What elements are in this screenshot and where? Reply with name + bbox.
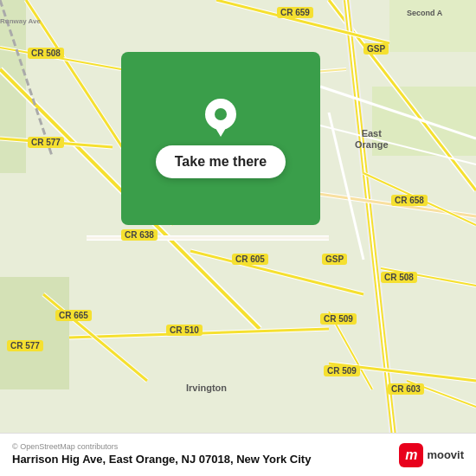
bottom-bar: © OpenStreetMap contributors Harrison Hi…	[0, 433, 476, 476]
road-label-cr508-mid: CR 508	[381, 272, 417, 283]
place-runway: Runway Ave	[0, 17, 41, 25]
road-label-cr577: CR 577	[28, 137, 64, 148]
place-irvington: Irvington	[186, 383, 227, 393]
bottom-bar-left: © OpenStreetMap contributors Harrison Hi…	[12, 442, 399, 467]
road-label-cr605: CR 605	[232, 254, 268, 265]
location-highlight: Take me there	[121, 52, 320, 225]
road-label-cr658: CR 658	[391, 195, 428, 206]
map-container: Take me there CR 659 CR 508 GSP CR 577 C…	[0, 0, 476, 476]
svg-rect-1	[0, 277, 69, 389]
road-label-cr509a: CR 509	[320, 313, 357, 325]
map-attribution: © OpenStreetMap contributors	[12, 442, 399, 451]
moovit-logo: m moovit	[399, 443, 464, 467]
place-second-ave: Second A	[407, 9, 442, 17]
road-label-cr577b: CR 577	[7, 340, 43, 351]
road-label-cr638: CR 638	[121, 229, 158, 241]
road-label-cr510: CR 510	[166, 325, 203, 336]
svg-rect-2	[0, 0, 26, 173]
road-label-gsp-mid: GSP	[322, 254, 347, 265]
road-label-cr659: CR 659	[277, 7, 313, 18]
road-label-cr603: CR 603	[388, 383, 424, 395]
road-label-cr509b: CR 509	[324, 365, 360, 376]
svg-rect-4	[389, 0, 476, 52]
road-label-cr508-top: CR 508	[28, 48, 64, 59]
take-me-there-button[interactable]: Take me there	[156, 145, 286, 178]
location-pin	[205, 99, 236, 137]
address-text: Harrison Hig Ave, East Orange, NJ 07018,…	[12, 453, 399, 467]
road-label-cr665: CR 665	[55, 310, 92, 321]
moovit-text: moovit	[427, 448, 464, 461]
moovit-icon: m	[399, 443, 423, 467]
place-east-orange: EastOrange	[355, 128, 389, 151]
road-label-gsp-top: GSP	[363, 43, 389, 55]
